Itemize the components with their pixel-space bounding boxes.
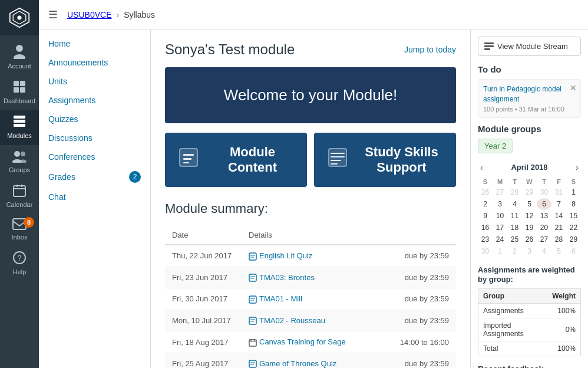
calendar-day[interactable]: 4: [537, 245, 551, 257]
right-panel: View Module Stream To do ✕ Turn in Pedag…: [470, 29, 588, 368]
table-cell-due: due by 23:59: [378, 310, 456, 331]
cal-prev-button[interactable]: ‹: [478, 162, 485, 173]
calendar-day[interactable]: 24: [493, 234, 507, 245]
svg-rect-38: [249, 296, 256, 303]
calendar-day[interactable]: 13: [537, 210, 551, 222]
module-content-label: Module Content: [210, 144, 295, 175]
calendar-day[interactable]: 17: [493, 222, 507, 234]
breadcrumb-link[interactable]: USUB0VCE: [67, 10, 111, 19]
nav-item-conferences[interactable]: Conferences: [39, 147, 150, 166]
hamburger-menu[interactable]: ☰: [48, 8, 58, 21]
left-nav: Home Announcements Units Assignments Qui…: [39, 29, 151, 368]
todo-title: To do: [478, 64, 581, 74]
calendar-day[interactable]: 3: [493, 198, 507, 210]
table-cell-date: Fri, 23 Jun 2017: [165, 267, 242, 288]
table-cell-detail: TMA03: Brontes: [242, 267, 378, 288]
calendar-day[interactable]: 28: [507, 186, 522, 198]
sidebar-item-account[interactable]: Account: [0, 38, 39, 75]
view-module-stream-button[interactable]: View Module Stream: [478, 37, 581, 56]
nav-item-quizzes[interactable]: Quizzes: [39, 110, 150, 129]
calendar-day-header: S: [478, 177, 493, 186]
nav-item-chat[interactable]: Chat: [39, 188, 150, 206]
module-content-button[interactable]: Module Content: [165, 133, 307, 187]
sidebar-modules-label: Modules: [7, 132, 32, 140]
study-skills-label: Study Skills Support: [359, 144, 444, 175]
detail-link[interactable]: Game of Thrones Quiz: [259, 359, 336, 368]
calendar-day[interactable]: 5: [522, 198, 537, 210]
calendar-day[interactable]: 7: [551, 198, 566, 210]
calendar-day[interactable]: 16: [478, 222, 493, 234]
todo-close-button[interactable]: ✕: [570, 83, 577, 93]
svg-rect-44: [249, 340, 256, 346]
calendar-grid: SMTWTFS 26272829303112345678910111213141…: [478, 177, 581, 257]
calendar-day[interactable]: 1: [566, 186, 581, 198]
sidebar-item-calendar[interactable]: Calendar: [0, 179, 39, 213]
calendar-day[interactable]: 3: [522, 245, 537, 257]
calendar-day[interactable]: 2: [507, 245, 522, 257]
calendar-day[interactable]: 5: [551, 245, 566, 257]
calendar-day[interactable]: 15: [566, 210, 581, 222]
calendar-day[interactable]: 8: [566, 198, 581, 210]
calendar-day[interactable]: 29: [522, 186, 537, 198]
calendar-day[interactable]: 27: [537, 234, 551, 245]
nav-item-announcements[interactable]: Announcements: [39, 53, 150, 72]
detail-link[interactable]: TMA02 - Rousseau: [259, 316, 325, 325]
calendar-day[interactable]: 6: [566, 245, 581, 257]
calendar-day[interactable]: 31: [551, 186, 566, 198]
calendar-day[interactable]: 28: [551, 234, 566, 245]
study-skills-button[interactable]: Study Skills Support: [314, 133, 456, 187]
calendar-day[interactable]: 23: [478, 234, 493, 245]
calendar-day[interactable]: 20: [537, 222, 551, 234]
nav-item-home[interactable]: Home: [39, 34, 150, 53]
calendar-day[interactable]: 18: [507, 222, 522, 234]
nav-item-grades[interactable]: Grades 2: [39, 166, 150, 188]
module-group-tag[interactable]: Year 2: [478, 139, 513, 153]
calendar-day[interactable]: 4: [507, 198, 522, 210]
view-stream-label: View Module Stream: [497, 42, 568, 51]
svg-rect-16: [14, 186, 25, 196]
calendar-day[interactable]: 26: [522, 234, 537, 245]
sidebar-item-inbox[interactable]: 8 Inbox: [0, 213, 39, 246]
table-cell-due: due by 23:59: [378, 267, 456, 288]
calendar-day[interactable]: 22: [566, 222, 581, 234]
nav-item-assignments[interactable]: Assignments: [39, 91, 150, 110]
weights-col-weight: Weight: [547, 289, 580, 304]
svg-rect-11: [14, 124, 25, 127]
calendar-day[interactable]: 26: [478, 186, 493, 198]
table-cell-due: due by 23:59: [378, 353, 456, 368]
sidebar-item-groups[interactable]: Groups: [0, 145, 39, 179]
calendar-day[interactable]: 6: [537, 198, 551, 210]
sidebar-item-help[interactable]: ? Help: [0, 246, 39, 281]
jump-to-today-link[interactable]: Jump to today: [404, 45, 456, 54]
calendar-day[interactable]: 30: [537, 186, 551, 198]
sidebar-item-dashboard[interactable]: Dashboard: [0, 75, 39, 110]
calendar-day-header: W: [522, 177, 537, 186]
cal-next-button[interactable]: ›: [573, 162, 581, 173]
module-content-icon: [177, 146, 200, 175]
calendar-day[interactable]: 27: [493, 186, 507, 198]
nav-item-units[interactable]: Units: [39, 72, 150, 91]
summary-table: Date Details Thu, 22 Jun 2017 English Li…: [165, 226, 456, 368]
calendar-day[interactable]: 14: [551, 210, 566, 222]
nav-item-discussions[interactable]: Discussions: [39, 129, 150, 147]
calendar-day[interactable]: 25: [507, 234, 522, 245]
calendar-day[interactable]: 21: [551, 222, 566, 234]
svg-rect-26: [183, 162, 189, 163]
calendar-day[interactable]: 30: [478, 245, 493, 257]
app-logo[interactable]: [0, 0, 39, 35]
detail-link[interactable]: English Lit Quiz: [259, 251, 312, 260]
calendar-day[interactable]: 1: [493, 245, 507, 257]
detail-link[interactable]: TMA03: Brontes: [259, 273, 315, 282]
calendar-day[interactable]: 9: [478, 210, 493, 222]
calendar-day[interactable]: 12: [522, 210, 537, 222]
calendar-day[interactable]: 2: [478, 198, 493, 210]
calendar-day[interactable]: 29: [566, 234, 581, 245]
todo-link[interactable]: Turn in Pedagogic model assignment: [483, 84, 576, 104]
calendar-day[interactable]: 19: [522, 222, 537, 234]
page-title: Sonya's Test module: [165, 41, 295, 58]
calendar-day[interactable]: 10: [493, 210, 507, 222]
detail-link[interactable]: Canvas Training for Sage: [259, 337, 346, 346]
sidebar-item-modules[interactable]: Modules: [0, 110, 39, 144]
detail-link[interactable]: TMA01 - Mill: [259, 294, 302, 303]
calendar-day[interactable]: 11: [507, 210, 522, 222]
